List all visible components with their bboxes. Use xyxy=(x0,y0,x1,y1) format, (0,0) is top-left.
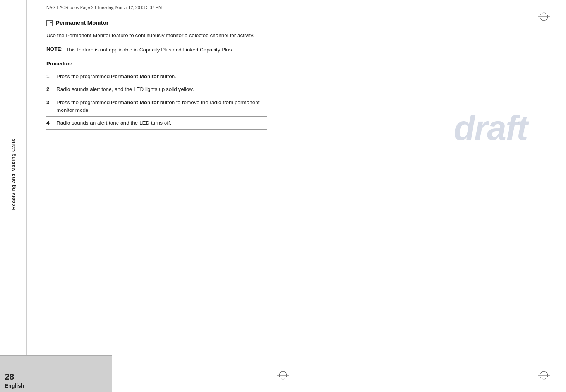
note-label: NOTE: xyxy=(46,46,63,54)
sidebar: Receiving and Making Calls xyxy=(0,0,26,392)
reg-mark-bc xyxy=(277,370,289,381)
top-bar: NAG-LACR.book Page 28 Tuesday, March 12,… xyxy=(46,3,543,10)
note-text: This feature is not applicable in Capaci… xyxy=(66,46,233,54)
sidebar-border xyxy=(26,0,27,392)
step-2: 2 Radio sounds alert tone, and the LED l… xyxy=(46,83,267,96)
step-4: 4 Radio sounds an alert tone and the LED… xyxy=(46,117,267,130)
note-block: NOTE: This feature is not applicable in … xyxy=(46,46,271,54)
step-text-4: Radio sounds an alert tone and the LED t… xyxy=(57,119,267,127)
section-header: Permanent Monitor xyxy=(46,19,535,26)
step-num-3: 3 xyxy=(46,99,52,106)
step-num-4: 4 xyxy=(46,119,52,127)
step-text-3: Press the programmed Permanent Monitor b… xyxy=(57,99,267,115)
step-num-1: 1 xyxy=(46,73,52,80)
step-1: 1 Press the programmed Permanent Monitor… xyxy=(46,70,267,83)
bottom-border-line xyxy=(46,353,543,353)
sidebar-rotated-label: Receiving and Making Calls xyxy=(10,139,16,210)
main-content: Permanent Monitor Use the Permanent Moni… xyxy=(46,19,535,346)
language-label: English xyxy=(5,383,108,389)
file-info: NAG-LACR.book Page 28 Tuesday, March 12,… xyxy=(46,5,162,10)
reg-mark-tr xyxy=(538,11,550,22)
bottom-tab: 28 English xyxy=(0,355,112,392)
sidebar-label-container: Receiving and Making Calls xyxy=(0,58,26,290)
top-border-line xyxy=(46,7,543,7)
page-number: 28 xyxy=(5,373,108,381)
procedure-list: 1 Press the programmed Permanent Monitor… xyxy=(46,70,267,130)
procedure-label: Procedure: xyxy=(46,61,535,67)
section-title: Permanent Monitor xyxy=(56,19,109,26)
step-3: 3 Press the programmed Permanent Monitor… xyxy=(46,96,267,117)
step-text-1: Press the programmed Permanent Monitor b… xyxy=(57,73,267,80)
body-text: Use the Permanent Monitor feature to con… xyxy=(46,32,263,40)
step-text-2: Radio sounds alert tone, and the LED lig… xyxy=(57,86,267,93)
step-num-2: 2 xyxy=(46,86,52,93)
reg-mark-br xyxy=(538,370,550,381)
document-icon xyxy=(46,20,53,26)
